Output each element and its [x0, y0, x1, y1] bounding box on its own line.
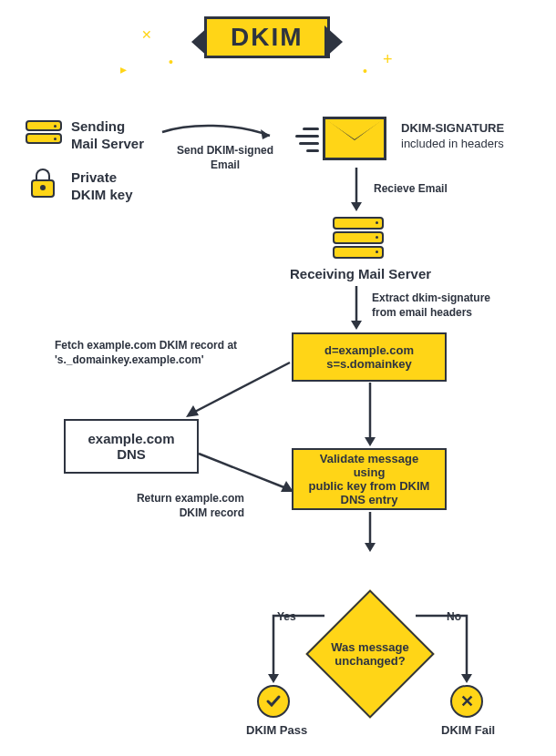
deco-dot: •: [169, 55, 173, 69]
lock-icon: [31, 169, 55, 198]
deco-plus: +: [383, 50, 393, 69]
dkim-signature-label: DKIM-SIGNATURE included in headers: [401, 121, 504, 152]
pass-label: DKIM Pass: [246, 723, 307, 737]
arrow-extract-label: Extract dkim-signature from email header…: [372, 291, 490, 320]
validate-box: Validate message using public key from D…: [292, 448, 447, 510]
deco-sparkle: ✕: [141, 27, 152, 42]
private-key-label: Private DKIM key: [71, 169, 133, 204]
arrow-receive: [351, 168, 369, 211]
label-line: DKIM-SIGNATURE: [401, 121, 504, 135]
label-line: DNS entry: [341, 493, 398, 506]
label-line: DNS: [117, 446, 146, 462]
envelope-icon: [323, 117, 386, 160]
label-line: example.com: [88, 431, 174, 446]
label-line: Sending: [71, 118, 125, 134]
dns-box: example.com DNS: [64, 419, 199, 474]
arrow-extract: [351, 286, 369, 330]
label-line: Private: [71, 169, 117, 185]
speed-lines: [292, 128, 319, 152]
label-line: Extract dkim-signature: [372, 291, 490, 304]
svg-line-5: [191, 363, 290, 414]
svg-marker-4: [351, 321, 362, 330]
label-line: included in headers: [401, 137, 504, 150]
arrow-receive-label: Recieve Email: [374, 182, 448, 197]
label-line: Email: [211, 158, 240, 171]
arrow-fetch-dns: [182, 363, 292, 426]
label-line: d=example.com: [324, 343, 414, 357]
dkim-record-box: d=example.com s=s.domainkey: [292, 332, 447, 382]
deco-dot: •: [363, 64, 367, 78]
label-line: Fetch example.com DKIM record at: [55, 339, 237, 352]
decision-line: Was message: [331, 640, 409, 654]
label-line: 's._domainkey.example.com': [55, 353, 204, 366]
arrow-yes: [255, 616, 328, 689]
receiving-server-icon: [333, 217, 384, 261]
sending-server-icon: [26, 120, 62, 146]
arrow-validate-to-decision: [365, 512, 383, 552]
svg-line-7: [199, 454, 286, 488]
label-line: Receiving Mail Server: [290, 266, 431, 281]
arrow-no: [416, 616, 489, 689]
fail-circle: ✕: [450, 685, 483, 718]
deco-tri: ▸: [120, 62, 127, 77]
label-line: Recieve Email: [374, 182, 448, 195]
svg-marker-2: [351, 202, 362, 211]
arrow-send-label: Send DKIM-signed Email: [175, 144, 275, 172]
label-line: DKIM record: [180, 506, 244, 519]
arrow-return-label: Return example.com DKIM record: [109, 492, 244, 520]
arrow-dkim-to-validate: [365, 383, 383, 446]
fail-label: DKIM Fail: [441, 723, 495, 737]
label-line: DKIM key: [71, 187, 133, 202]
label-line: s=s.domainkey: [326, 357, 412, 371]
ribbon-tail-right: [324, 26, 343, 58]
receiving-server-label: Receiving Mail Server: [290, 266, 431, 283]
svg-marker-14: [461, 674, 472, 683]
pass-circle: [257, 685, 290, 718]
label-line: from email headers: [372, 306, 472, 319]
label-line: public key from DKIM: [309, 479, 430, 493]
label-line: Mail Server: [71, 136, 144, 151]
svg-marker-13: [268, 674, 279, 683]
arrow-fetch-label: Fetch example.com DKIM record at 's._dom…: [55, 339, 264, 367]
svg-marker-12: [365, 543, 376, 552]
label-line: Return example.com: [137, 492, 244, 505]
label-line: Validate message using: [303, 452, 436, 479]
title-ribbon: DKIM: [191, 16, 343, 58]
label-line: Send DKIM-signed: [177, 144, 273, 157]
svg-marker-10: [365, 437, 376, 446]
decision-line: unchanged?: [335, 654, 405, 668]
title-text: DKIM: [204, 16, 330, 58]
sending-server-label: Sending Mail Server: [71, 118, 144, 153]
